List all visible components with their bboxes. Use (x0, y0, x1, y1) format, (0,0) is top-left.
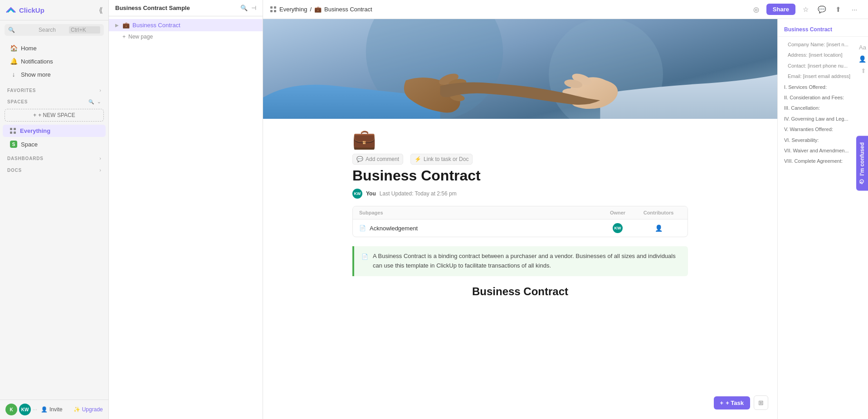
breadcrumb-business-contract[interactable]: Business Contract (324, 6, 372, 13)
toc-entry-warranties[interactable]: V. Warranties Offered: (778, 124, 858, 135)
top-bar-actions: ◎ Share ☆ 💬 ⬆ ··· (750, 3, 861, 16)
confused-icon: ⏱ (859, 179, 865, 185)
middle-panel: Business Contract Sample 🔍 ⊣ ▶ 💼 Busines… (109, 0, 263, 419)
doc-action-row: 💬 Add comment ⚡ Link to task or Doc (352, 154, 688, 165)
invite-icon: 👤 (41, 406, 48, 413)
export-button[interactable]: ⬆ (832, 3, 844, 16)
more-options-button[interactable]: ··· (848, 3, 861, 16)
new-page-button[interactable]: + New page (109, 31, 263, 42)
middle-collapse-icon[interactable]: ⊣ (251, 5, 256, 11)
middle-search-icon[interactable]: 🔍 (240, 5, 248, 11)
bell-icon: 🔔 (10, 58, 17, 65)
breadcrumb-everything-icon (270, 6, 277, 13)
search-shortcut: Ctrl+K (69, 26, 100, 34)
add-comment-button[interactable]: 💬 Add comment (352, 154, 403, 165)
breadcrumb-separator: / (310, 6, 312, 13)
dashboards-section: DASHBOARDS › (0, 151, 108, 163)
link-to-task-button[interactable]: ⚡ Link to task or Doc (410, 154, 473, 165)
link-icon: ⚡ (414, 156, 421, 162)
toc-entry-address[interactable]: Address: [insert location] (778, 50, 858, 60)
toc-entry-services[interactable]: I. Services Offered: (778, 82, 858, 93)
breadcrumb-everything[interactable]: Everything (279, 6, 307, 13)
invite-button[interactable]: 👤 Invite (37, 404, 66, 414)
main-area: Everything / 💼 Business Contract ◎ Share… (263, 0, 868, 419)
subpages-table: Subpages Owner Contributors 📄 Acknowledg… (352, 206, 688, 237)
subpages-col-contributors: Contributors (636, 210, 681, 215)
hero-handshake-visual (263, 19, 777, 119)
document-tree: ▶ 💼 Business Contract + New page (109, 16, 263, 45)
star-button[interactable]: ☆ (799, 3, 812, 16)
everything-grid-icon (10, 128, 16, 134)
sidebar-footer: K KW ··· 👤 Invite ✨ Upgrade ? (0, 400, 108, 419)
grid-view-button[interactable]: ⊞ (754, 395, 768, 410)
chat-button[interactable]: 💬 (815, 3, 828, 16)
blockquote-box: 📄 A Business Contract is a binding contr… (352, 246, 688, 276)
doc-hero-image (263, 19, 777, 119)
author-name: You (366, 190, 376, 197)
upgrade-icon: ✨ (73, 406, 80, 413)
subpages-header: Subpages Owner Contributors (353, 206, 688, 219)
toc-entry-email[interactable]: Email: [insert email address] (778, 71, 858, 82)
middle-panel-header: Business Contract Sample 🔍 ⊣ (109, 0, 263, 16)
doc-icon-row: 💼 (352, 128, 688, 150)
toc-entry-severability[interactable]: VI. Severability: (778, 135, 858, 146)
spaces-search-icon[interactable]: 🔍 (88, 99, 94, 104)
toc-entry-consideration[interactable]: II. Consideration and Fees: (778, 93, 858, 103)
spaces-section-title: SPACES 🔍 ⌄ (0, 95, 108, 106)
tree-item-business-contract[interactable]: ▶ 💼 Business Contract (109, 19, 263, 31)
subpages-col-name: Subpages (359, 210, 600, 215)
new-space-button[interactable]: + + NEW SPACE (5, 109, 104, 122)
right-panel-content: Company Name: [insert n... Address: [ins… (778, 39, 868, 167)
subpage-name: Acknowledgement (370, 225, 418, 232)
toc-entry-cancellation[interactable]: III. Cancellation: (778, 103, 858, 113)
avatar-kw[interactable]: KW (19, 404, 31, 415)
sidebar-item-everything[interactable]: Everything (3, 125, 106, 137)
section-heading: Business Contract (352, 285, 688, 298)
toc-entry-complete[interactable]: VIII. Complete Agreement: (778, 156, 858, 166)
search-icon: 🔍 (8, 27, 36, 33)
search-bar[interactable]: 🔍 Search Ctrl+K (5, 24, 104, 36)
avatar-k[interactable]: K (5, 404, 17, 415)
add-task-button[interactable]: + + Task (714, 396, 750, 409)
toc-title: Business Contract (778, 26, 868, 37)
doc-emoji[interactable]: 💼 (352, 128, 376, 150)
plus-task-icon: + (720, 400, 724, 406)
home-icon: 🏠 (10, 44, 17, 52)
subpage-row[interactable]: 📄 Acknowledgement KW 👤 (353, 219, 688, 237)
toc-entry-governing[interactable]: IV. Governing Law and Leg... (778, 114, 858, 124)
footer-actions: 👤 Invite ✨ Upgrade ? (37, 404, 119, 414)
sidebar-item-notifications[interactable]: 🔔 Notifications (3, 55, 106, 68)
upgrade-button[interactable]: ✨ Upgrade (70, 404, 107, 414)
breadcrumb-doc-icon: 💼 (314, 6, 322, 13)
last-updated: Last Updated: Today at 2:56 pm (380, 190, 457, 197)
sidebar-item-home[interactable]: 🏠 Home (3, 42, 106, 54)
tree-expand-arrow: ▶ (115, 23, 120, 28)
toc-entries: Company Name: [insert n... Address: [ins… (778, 39, 858, 167)
spaces-expand-icon[interactable]: ⌄ (97, 99, 101, 104)
doc-title: Business Contract (352, 167, 688, 184)
upload-icon-right[interactable]: ⬆ (861, 67, 866, 74)
font-size-icon[interactable]: Aa (859, 44, 866, 51)
middle-header-actions: 🔍 ⊣ (240, 5, 256, 11)
docs-chevron[interactable]: › (99, 167, 101, 173)
dashboards-chevron[interactable]: › (99, 156, 101, 161)
target-icon-btn[interactable]: ◎ (750, 3, 763, 16)
toc-entry-contact[interactable]: Contact: [insert phone nu... (778, 61, 858, 71)
toc-entry-waiver[interactable]: VII. Waiver and Amendmen... (778, 146, 858, 156)
more-avatars[interactable]: ··· (33, 406, 37, 413)
doc-body: 💼 💬 Add comment ⚡ Link to task or Doc Bu… (334, 119, 706, 316)
clickup-logo[interactable]: ClickUp (5, 5, 44, 15)
middle-panel-title: Business Contract Sample (115, 5, 190, 11)
favorites-chevron[interactable]: › (99, 88, 101, 93)
favorites-section: FAVORITES › (0, 83, 108, 95)
docs-section: DOCS › (0, 163, 108, 175)
confused-badge[interactable]: ⏱ I'm confused (856, 136, 868, 191)
contributor-icon: 👤 (655, 224, 663, 232)
person-icon-right[interactable]: 👤 (858, 55, 866, 63)
sidebar-item-space[interactable]: S Space (3, 138, 106, 151)
task-bar: + + Task ⊞ (714, 395, 768, 410)
sidebar-item-show-more[interactable]: ↓ Show more (3, 68, 106, 81)
collapse-sidebar-button[interactable]: ⟪ (99, 6, 103, 15)
toc-entry-company[interactable]: Company Name: [insert n... (778, 39, 858, 50)
share-button[interactable]: Share (766, 4, 795, 15)
